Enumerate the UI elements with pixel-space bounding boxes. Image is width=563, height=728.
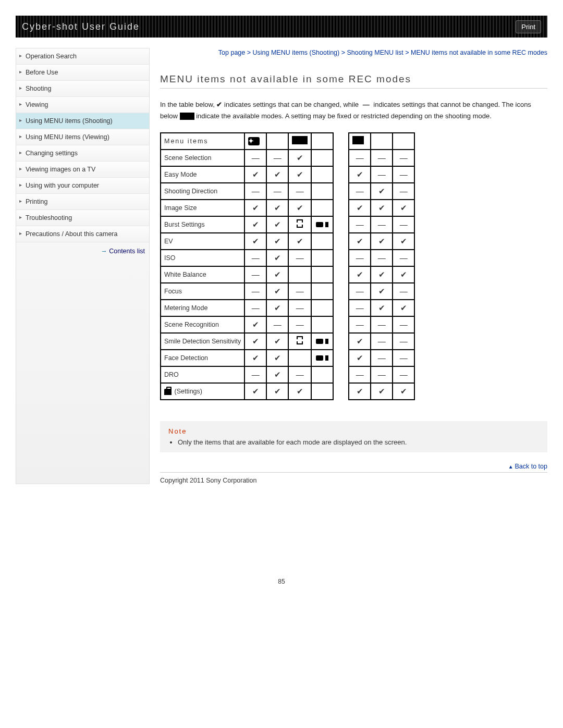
sidebar-item[interactable]: Viewing	[16, 97, 149, 113]
table-cell	[311, 233, 333, 250]
table-cell: —	[288, 250, 311, 266]
table-cell: ✔	[244, 216, 266, 233]
table-row: Easy Mode✔✔✔✔——	[161, 166, 414, 183]
table-cell: —	[393, 333, 414, 350]
table-cell: —	[371, 250, 393, 266]
sidebar-item[interactable]: Viewing images on a TV	[16, 162, 149, 178]
mode-col-3	[288, 133, 311, 150]
row-label: Focus	[161, 283, 244, 300]
table-cell	[311, 183, 333, 200]
table-cell: ✔	[244, 200, 266, 216]
table-row: EV✔✔✔✔✔✔	[161, 233, 414, 250]
intro-text: indicates settings that can be changed, …	[224, 101, 361, 108]
table-cell	[311, 333, 333, 350]
table-cell: —	[349, 300, 371, 316]
table-cell: —	[266, 183, 288, 200]
table-cell: ✔	[244, 333, 266, 350]
mode-col-5	[349, 133, 371, 150]
table-cell	[311, 316, 333, 333]
table-header-row: Menu items ✦	[161, 133, 414, 150]
table-cell: ✔	[393, 383, 414, 400]
table-cell: —	[266, 316, 288, 333]
table-cell: —	[371, 366, 393, 383]
breadcrumb[interactable]: Top page > Using MENU items (Shooting) >…	[160, 48, 547, 58]
table-row: (Settings)✔✔✔✔✔✔	[161, 383, 414, 400]
table-cell	[311, 216, 333, 233]
mode-col-1: ✦	[244, 133, 266, 150]
table-cell: —	[393, 216, 414, 233]
table-cell: ✔	[266, 350, 288, 366]
table-row: Face Detection✔✔ ✔——	[161, 350, 414, 366]
print-button[interactable]: Print	[516, 20, 541, 33]
table-cell: —	[393, 350, 414, 366]
table-row: Scene Recognition✔—————	[161, 316, 414, 333]
sidebar-item[interactable]: Precautions / About this camera	[16, 226, 149, 242]
row-label: Smile Detection Sensitivity	[161, 333, 244, 350]
table-cell: ✔	[266, 283, 288, 300]
table-cell: ✔	[266, 216, 288, 233]
row-label: Metering Mode	[161, 300, 244, 316]
table-cell: ✔	[288, 166, 311, 183]
table-cell: ✔	[266, 333, 288, 350]
sidebar-item[interactable]: Changing settings	[16, 145, 149, 162]
sidebar-item[interactable]: Operation Search	[16, 48, 149, 65]
table-cell: —	[288, 366, 311, 383]
table-cell: ✔	[371, 200, 393, 216]
row-label: Scene Recognition	[161, 316, 244, 333]
table-row: White Balance—✔✔✔✔	[161, 266, 414, 283]
row-label: Face Detection	[161, 350, 244, 366]
table-cell: ✔	[266, 266, 288, 283]
table-row: Metering Mode—✔——✔✔	[161, 300, 414, 316]
table-cell	[311, 383, 333, 400]
row-label: EV	[161, 233, 244, 250]
table-cell: ✔	[266, 300, 288, 316]
compatibility-table: Menu items ✦ Scene Selection——✔———Easy M…	[160, 132, 415, 400]
row-label: Shooting Direction	[161, 183, 244, 200]
table-cell: —	[288, 300, 311, 316]
table-cell: ✔	[266, 366, 288, 383]
sidebar-item[interactable]: Before Use	[16, 65, 149, 81]
table-cell: ✔	[244, 233, 266, 250]
check-icon: ✔	[216, 101, 222, 108]
table-cell	[288, 266, 311, 283]
row-label: DRO	[161, 366, 244, 383]
sidebar-item[interactable]: Using MENU items (Shooting)	[16, 113, 149, 129]
table-cell: ✔	[266, 233, 288, 250]
sidebar-item[interactable]: Using MENU items (Viewing)	[16, 129, 149, 145]
mode-col-7	[393, 133, 414, 150]
table-cell: ✔	[266, 250, 288, 266]
table-cell	[288, 333, 311, 350]
table-cell	[311, 350, 333, 366]
sidebar-item[interactable]: Using with your computer	[16, 178, 149, 194]
table-cell: ✔	[393, 233, 414, 250]
table-cell: —	[371, 150, 393, 166]
back-to-top-link[interactable]: Back to top	[160, 463, 547, 470]
table-cell: —	[266, 150, 288, 166]
sidebar-nav: Operation SearchBefore UseShootingViewin…	[16, 48, 150, 484]
sidebar-item[interactable]: Printing	[16, 194, 149, 210]
table-cell: —	[371, 316, 393, 333]
sidebar-item[interactable]: Troubleshooting	[16, 210, 149, 226]
mode-col-4	[311, 133, 333, 150]
table-cell: ✔	[349, 166, 371, 183]
table-cell: —	[244, 300, 266, 316]
table-cell: ✔	[371, 183, 393, 200]
table-cell: ✔	[371, 266, 393, 283]
table-cell: ✔	[244, 383, 266, 400]
table-cell: ✔	[349, 200, 371, 216]
row-label: (Settings)	[161, 383, 244, 400]
page-title: MENU items not available in some REC mod…	[160, 73, 547, 89]
guide-title: Cyber-shot User Guide	[22, 21, 140, 32]
table-cell: ✔	[349, 233, 371, 250]
row-label: Scene Selection	[161, 150, 244, 166]
table-cell: ✔	[371, 283, 393, 300]
table-cell: —	[244, 250, 266, 266]
table-cell: ✔	[244, 350, 266, 366]
row-label: ISO	[161, 250, 244, 266]
table-row: DRO—✔————	[161, 366, 414, 383]
table-cell: —	[393, 316, 414, 333]
table-cell: ✔	[393, 300, 414, 316]
sidebar-item[interactable]: Shooting	[16, 81, 149, 97]
table-row: Shooting Direction————✔—	[161, 183, 414, 200]
contents-list-link[interactable]: Contents list	[16, 242, 149, 260]
